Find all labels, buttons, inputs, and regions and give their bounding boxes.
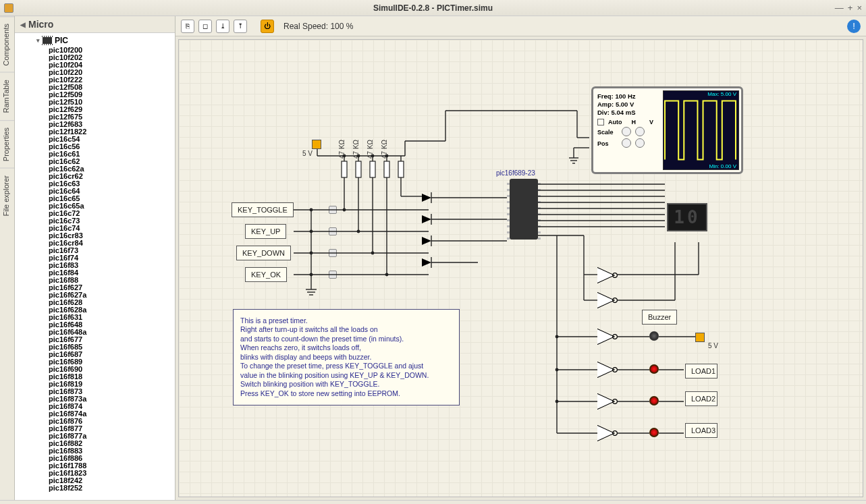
tab-file-explorer[interactable]: File explorer: [0, 168, 14, 223]
close-icon[interactable]: ×: [857, 3, 862, 13]
tab-components[interactable]: Components: [0, 16, 14, 72]
real-speed-label: Real Speed: 100 %: [283, 22, 353, 31]
save-as-button[interactable]: ⤒: [234, 20, 247, 33]
svg-point-26: [371, 252, 375, 255]
chip-icon: [43, 37, 52, 44]
scope-pos-h-knob[interactable]: [622, 138, 631, 148]
led-load2[interactable]: [649, 396, 659, 405]
svg-point-25: [357, 230, 360, 233]
key-down-label[interactable]: KEY_DOWN: [236, 246, 291, 260]
pic-chip[interactable]: [510, 179, 538, 240]
led-load3[interactable]: [649, 428, 659, 437]
tree-header[interactable]: ◀ Micro: [15, 16, 175, 33]
load3-label[interactable]: LOAD3: [685, 423, 718, 438]
resistor-label: 47 KΩ: [367, 140, 374, 159]
load1-label[interactable]: LOAD1: [685, 364, 718, 379]
circuit-canvas[interactable]: 5 V KEY_TOGGLE KEY_UP KEY_DOWN KEY_OK Th…: [178, 39, 863, 497]
svg-rect-14: [384, 161, 389, 177]
component-tree: ◀ Micro ▾ PIC pic10f200pic10f202pic10f20…: [15, 16, 175, 500]
tree-part-item[interactable]: pic18f252: [28, 484, 175, 492]
power-5v-label-2: 5 V: [708, 342, 718, 349]
scope-pos-v-knob[interactable]: [635, 138, 645, 148]
svg-point-88: [556, 368, 559, 372]
key-ok-label[interactable]: KEY_OK: [245, 267, 287, 282]
push-button[interactable]: [329, 206, 337, 214]
svg-point-24: [343, 208, 346, 212]
scope-scale-h-knob[interactable]: [622, 127, 631, 136]
svg-point-44: [310, 208, 313, 212]
buzzer-label[interactable]: Buzzer: [642, 310, 677, 325]
svg-point-89: [556, 400, 559, 403]
open-button[interactable]: ◻: [198, 20, 212, 33]
tab-properties[interactable]: Properties: [0, 120, 14, 168]
scope-screen: Max: 5.00 V Min: 0.00 V: [663, 90, 739, 170]
led-load1[interactable]: [649, 364, 659, 374]
tree-body[interactable]: ▾ PIC pic10f200pic10f202pic10f204pic10f2…: [15, 33, 175, 500]
svg-point-46: [310, 252, 313, 255]
svg-marker-30: [422, 215, 431, 223]
minimize-icon[interactable]: —: [835, 3, 844, 13]
push-button[interactable]: [329, 227, 337, 235]
svg-rect-12: [356, 161, 361, 177]
chip-label: pic16f689-23: [496, 169, 535, 177]
maximize-icon[interactable]: +: [848, 3, 853, 13]
text-note[interactable]: This is a preset timer. Right after turn…: [233, 309, 460, 405]
tree-pic-node[interactable]: ▾ PIC: [28, 34, 175, 47]
scope-auto-checkbox[interactable]: [597, 119, 604, 125]
seven-segment-display[interactable]: 10: [667, 203, 707, 231]
power-5v-source[interactable]: [312, 140, 321, 149]
save-button[interactable]: ⤓: [216, 20, 229, 33]
tab-ramtable[interactable]: RamTable: [0, 72, 14, 120]
info-icon[interactable]: !: [847, 20, 861, 33]
svg-point-27: [385, 273, 389, 277]
svg-marker-32: [422, 237, 431, 245]
load2-label[interactable]: LOAD2: [685, 391, 718, 406]
svg-point-87: [556, 335, 559, 339]
svg-rect-11: [342, 161, 347, 177]
scope-amp: Amp: 5.00 V: [597, 101, 657, 108]
key-up-label[interactable]: KEY_UP: [245, 224, 286, 239]
collapse-icon[interactable]: ◀: [20, 21, 26, 28]
power-5v-label: 5 V: [302, 150, 313, 157]
oscilloscope[interactable]: Freq: 100 Hz Amp: 5.00 V Div: 5.04 mS Au…: [591, 86, 743, 174]
svg-point-45: [310, 230, 313, 233]
tree-category: Micro: [28, 19, 53, 30]
power-button[interactable]: ⏻: [261, 20, 274, 33]
key-toggle-label[interactable]: KEY_TOGGLE: [232, 202, 294, 217]
title-bar: SimulIDE-0.2.8 - PICTimer.simu — + ×: [0, 0, 866, 16]
toolbar: ⎘ ◻ ⤓ ⤒ ⏻ Real Speed: 100 % !: [175, 16, 866, 36]
scope-freq: Freq: 100 Hz: [597, 92, 657, 100]
push-button[interactable]: [329, 249, 337, 257]
svg-rect-15: [398, 161, 404, 177]
app-icon: [4, 3, 13, 13]
scope-scale-v-knob[interactable]: [635, 127, 645, 136]
power-5v-source-2[interactable]: [695, 333, 705, 342]
svg-marker-34: [422, 258, 431, 267]
new-button[interactable]: ⎘: [181, 20, 194, 33]
push-button[interactable]: [329, 271, 337, 279]
side-tab-strip: Components RamTable Properties File expl…: [0, 16, 15, 500]
scope-div: Div: 5.04 mS: [597, 109, 657, 116]
window-title: SimulIDE-0.2.8 - PICTimer.simu: [373, 3, 493, 13]
led-buzzer[interactable]: [649, 331, 659, 341]
svg-marker-28: [422, 194, 431, 202]
resistor-label: 47 KΩ: [381, 140, 388, 159]
svg-rect-13: [370, 161, 375, 177]
status-bar: [0, 500, 866, 504]
resistor-label: 47 KΩ: [352, 140, 360, 159]
svg-point-47: [310, 273, 313, 277]
resistor-label: 47 KΩ: [338, 140, 346, 159]
